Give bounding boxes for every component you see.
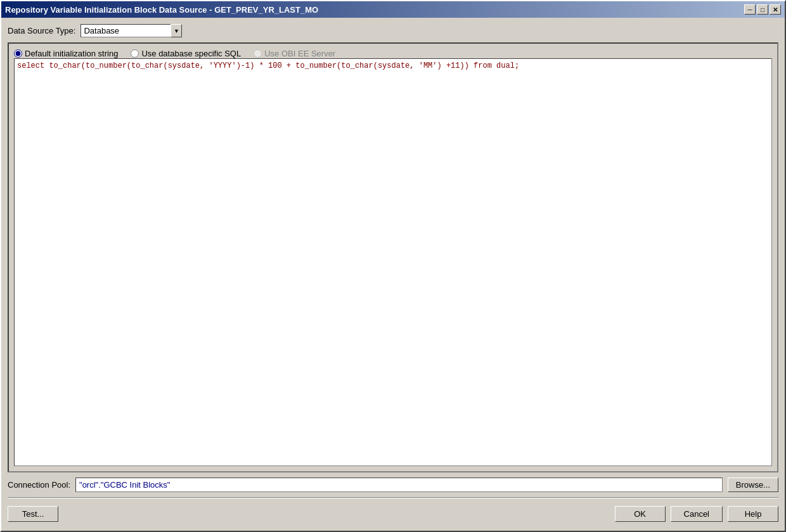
dialog-content: Data Source Type: Database XML LDAP ▼ De…: [1, 18, 785, 531]
radio-database-sql-label: Use database specific SQL: [141, 49, 241, 58]
radio-obi-server-label: Use OBI EE Server: [264, 49, 335, 58]
radio-database-sql-input[interactable]: [131, 49, 139, 58]
data-source-type-row: Data Source Type: Database XML LDAP ▼: [8, 24, 778, 37]
radio-default-init-input[interactable]: [14, 49, 22, 58]
connection-pool-label: Connection Pool:: [8, 480, 70, 490]
cancel-button[interactable]: Cancel: [671, 506, 723, 522]
help-button[interactable]: Help: [728, 506, 778, 522]
main-group-box: Default initialization string Use databa…: [8, 42, 778, 472]
sql-textarea[interactable]: [14, 58, 772, 466]
data-source-type-label: Data Source Type:: [8, 26, 75, 35]
action-buttons-row: Test... OK Cancel Help: [8, 504, 778, 524]
test-button[interactable]: Test...: [8, 506, 58, 522]
restore-button[interactable]: □: [757, 4, 768, 15]
radio-database-sql[interactable]: Use database specific SQL: [131, 49, 241, 58]
ok-button[interactable]: OK: [615, 506, 666, 522]
data-source-type-select-wrapper: Database XML LDAP ▼: [81, 24, 182, 37]
close-button[interactable]: ✕: [770, 4, 781, 15]
connection-pool-row: Connection Pool: Browse...: [8, 478, 778, 492]
radio-default-init[interactable]: Default initialization string: [14, 49, 118, 58]
title-bar-buttons: ─ □ ✕: [744, 4, 781, 15]
right-buttons: OK Cancel Help: [615, 506, 778, 522]
connection-pool-input[interactable]: [75, 478, 723, 492]
minimize-button[interactable]: ─: [744, 4, 756, 15]
bottom-section: Connection Pool: Browse... Test... OK Ca…: [8, 478, 778, 524]
radio-obi-server-input[interactable]: [254, 49, 262, 58]
browse-button[interactable]: Browse...: [728, 478, 778, 492]
title-bar: Repository Variable Initialization Block…: [1, 1, 785, 18]
radio-default-init-label: Default initialization string: [25, 49, 118, 58]
divider: [8, 497, 778, 498]
main-window: Repository Variable Initialization Block…: [0, 0, 786, 532]
radio-options-row: Default initialization string Use databa…: [14, 49, 772, 58]
radio-obi-server[interactable]: Use OBI EE Server: [254, 49, 335, 58]
data-source-type-select[interactable]: Database XML LDAP: [81, 24, 182, 37]
window-title: Repository Variable Initialization Block…: [5, 5, 318, 15]
